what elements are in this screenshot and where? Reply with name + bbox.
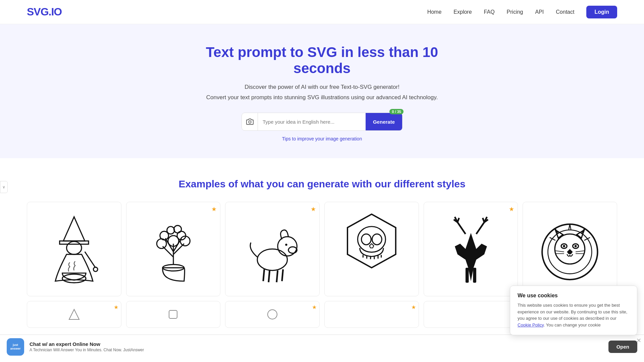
char-count-badge: 0 / 35: [389, 109, 404, 114]
camera-upload-button[interactable]: [242, 113, 258, 130]
nav-links: Home Explore FAQ Pricing API Contact Log…: [427, 6, 617, 18]
svg-point-4: [62, 274, 86, 283]
ad-subtitle: A Technician Will Answer You in Minutes.…: [30, 348, 603, 352]
svg-point-3: [66, 242, 82, 254]
nav-home[interactable]: Home: [427, 9, 442, 15]
star-icon: ★: [312, 304, 317, 310]
gallery-grid: ★: [27, 202, 617, 296]
gallery-card-deer[interactable]: ★: [424, 202, 518, 296]
svg-rect-52: [169, 310, 177, 318]
nav-api[interactable]: API: [535, 9, 544, 15]
star-icon: ★: [114, 304, 118, 310]
hero-title: Text prompt to SVG in less than 10 secon…: [205, 44, 439, 76]
svg-line-27: [282, 269, 283, 281]
ad-text: Chat w/ an expert Online Now A Technicia…: [30, 341, 603, 352]
prompt-input[interactable]: [258, 113, 366, 130]
svg-line-49: [576, 251, 584, 252]
svg-line-5: [85, 252, 96, 268]
ad-open-button[interactable]: Open: [608, 341, 637, 353]
cookie-policy-link[interactable]: Cookie Policy: [518, 322, 544, 327]
ad-title: Chat w/ an expert Online Now: [30, 341, 603, 347]
lion-svg: [532, 212, 607, 287]
gallery-card-dog[interactable]: ★: [225, 202, 320, 296]
dog-svg: [235, 212, 310, 287]
login-button[interactable]: Login: [586, 6, 617, 18]
cookie-body: This website uses cookies to ensure you …: [518, 302, 630, 328]
gallery-card-partial-3[interactable]: ★: [225, 301, 320, 328]
navbar: SVG.IO Home Explore FAQ Pricing API Cont…: [0, 0, 644, 24]
cookie-banner: We use cookies This website uses cookies…: [510, 286, 637, 335]
examples-heading: Examples of what you can generate with o…: [27, 178, 617, 190]
gallery-card-partial-4[interactable]: ★: [324, 301, 419, 328]
partial-svg-2: [166, 308, 180, 321]
svg-line-24: [263, 269, 264, 281]
tips-link[interactable]: Tips to improve your image generation: [282, 136, 362, 141]
nav-faq[interactable]: FAQ: [484, 9, 495, 15]
svg-point-53: [268, 310, 277, 319]
nav-contact[interactable]: Contact: [556, 9, 574, 15]
svg-rect-38: [466, 268, 469, 283]
nav-pricing[interactable]: Pricing: [507, 9, 523, 15]
star-icon: ★: [509, 205, 514, 213]
star-icon: ★: [311, 205, 316, 213]
hero-subtitle2: Convert your text prompts into stunning …: [7, 93, 637, 102]
generate-button[interactable]: Generate: [366, 113, 402, 130]
svg-point-31: [372, 234, 382, 245]
star-icon: ★: [411, 304, 416, 310]
svg-marker-28: [347, 214, 396, 268]
camera-icon: [246, 118, 254, 125]
gallery-card-lion[interactable]: [523, 202, 617, 296]
ad-close-icon[interactable]: ✕: [636, 337, 641, 344]
svg-line-26: [277, 270, 278, 282]
hero-section: Text prompt to SVG in less than 10 secon…: [0, 24, 644, 158]
gallery-card-skull[interactable]: [324, 202, 419, 296]
gallery-card-flower[interactable]: ★: [126, 202, 221, 296]
svg-point-45: [563, 245, 566, 247]
hero-subtitle1: Discover the power of AI with our free T…: [7, 82, 637, 92]
svg-point-0: [249, 121, 251, 123]
flower-svg: [136, 212, 211, 287]
site-logo[interactable]: SVG.IO: [27, 6, 62, 18]
svg-point-23: [285, 244, 287, 246]
prompt-search-box: 0 / 35 Generate: [241, 113, 402, 131]
ad-banner: justanswer Chat w/ an expert Online Now …: [0, 335, 644, 359]
collapse-sidebar-button[interactable]: ∨: [0, 181, 8, 193]
svg-line-25: [269, 270, 270, 282]
svg-point-30: [361, 234, 371, 245]
gallery-card-partial-5[interactable]: ★: [424, 301, 518, 328]
svg-point-46: [575, 245, 577, 247]
svg-point-19: [174, 226, 181, 233]
partial-svg-3: [266, 308, 279, 321]
gallery-card-partial-2[interactable]: [126, 301, 221, 328]
svg-point-20: [257, 249, 287, 270]
witch-svg: [37, 212, 112, 287]
partial-svg-1: [67, 308, 81, 321]
gallery-card-witch[interactable]: [27, 202, 121, 296]
skull-svg: [334, 212, 409, 287]
gallery-card-partial-1[interactable]: ★: [27, 301, 121, 328]
star-icon: ★: [211, 205, 217, 213]
svg-point-18: [167, 227, 174, 234]
deer-svg: [433, 212, 508, 287]
ad-logo: justanswer: [7, 338, 24, 356]
chevron-down-icon: ∨: [2, 185, 5, 189]
svg-marker-1: [63, 217, 85, 241]
svg-rect-39: [473, 268, 476, 283]
svg-marker-51: [69, 309, 79, 319]
cookie-title: We use cookies: [518, 293, 630, 299]
svg-point-6: [93, 267, 98, 272]
svg-line-47: [555, 251, 564, 252]
nav-explore[interactable]: Explore: [453, 9, 472, 15]
